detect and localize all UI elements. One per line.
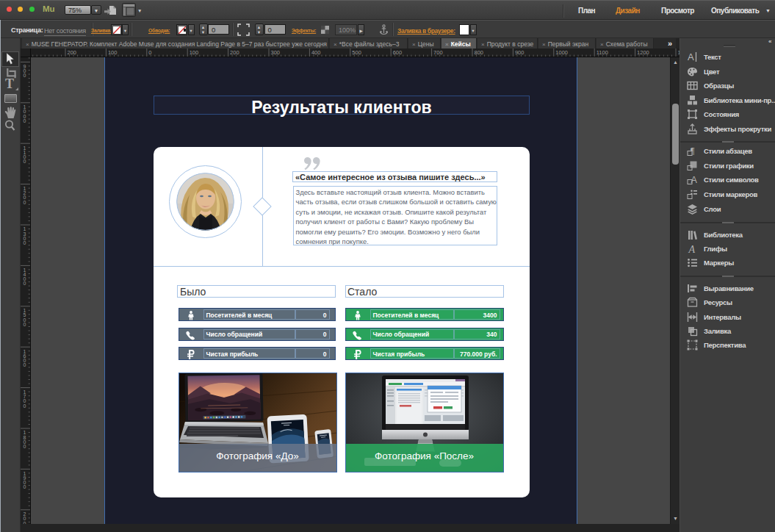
svg-text:200: 200: [68, 49, 77, 56]
svg-text:100: 100: [108, 49, 118, 56]
svg-text:0: 0: [24, 403, 26, 409]
svg-text:200: 200: [230, 49, 239, 56]
svg-text:700: 700: [433, 49, 443, 56]
svg-text:0: 0: [24, 322, 26, 327]
svg-text:400: 400: [311, 49, 321, 56]
svg-text:0: 0: [24, 281, 26, 286]
svg-text:0: 0: [24, 484, 26, 489]
svg-text:A: A: [688, 244, 696, 255]
svg-text:500: 500: [352, 49, 361, 56]
svg-text:0: 0: [24, 444, 26, 449]
svg-text:0: 0: [24, 118, 26, 123]
svg-text:0: 0: [24, 73, 26, 78]
svg-text:600: 600: [393, 49, 403, 56]
svg-text:0: 0: [24, 159, 26, 164]
svg-text:900: 900: [515, 49, 525, 56]
svg-text:A: A: [688, 51, 694, 62]
svg-text:100: 100: [190, 49, 199, 56]
svg-text:0: 0: [24, 200, 26, 205]
svg-text:0: 0: [148, 49, 151, 56]
svg-text:300: 300: [271, 49, 281, 56]
svg-text:0: 0: [24, 362, 26, 367]
svg-text:800: 800: [475, 49, 484, 56]
svg-text:0: 0: [24, 240, 26, 245]
